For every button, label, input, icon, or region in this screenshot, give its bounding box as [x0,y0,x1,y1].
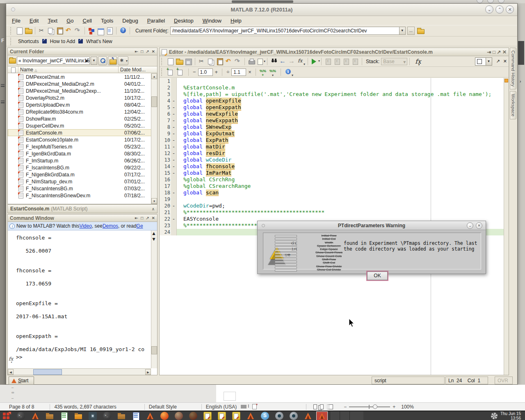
open-file-icon[interactable] [175,57,183,66]
code-line-14[interactable]: 14-global fhconsole [160,163,509,170]
empty-task-slot[interactable] [349,411,363,420]
scroll-thumb[interactable] [151,346,157,354]
word-count[interactable]: 435 words, 2,697 characters [54,404,116,410]
breakpoint-lane[interactable]: - [171,111,177,117]
close-panel-icon[interactable]: ✕ [502,49,507,55]
insert-cell-icon[interactable] [167,68,175,76]
command-output-area[interactable]: fhconsole = 526.0007 fhconsole = 173.065… [8,231,157,375]
menu-parallel[interactable]: Parallel [147,18,165,24]
code-line-20[interactable]: 20-wCodeDir=pwd; [160,203,509,209]
matlab-taskbar-icon[interactable] [146,412,154,420]
breakpoint-lane[interactable]: - [171,104,177,111]
document-language[interactable]: English (USA) [206,404,237,410]
code-line-8[interactable]: 8-global SWnewExp [160,124,509,130]
date-column-header[interactable]: Date Mod... [118,66,157,73]
breakpoint-lane[interactable] [171,78,177,84]
file-row[interactable]: DoverlayPlots2.m10/17/2... [8,94,157,101]
insert-function-icon[interactable] [297,57,305,66]
paste-icon[interactable] [56,27,64,35]
scroll-up-arrow[interactable]: ▲ [151,231,157,236]
multiply-button[interactable]: × [248,69,251,75]
menu-desktop[interactable]: Desktop [174,18,194,24]
file-details-bar[interactable]: EstartConsole.m (MATLAB Script) ∧ [7,204,158,213]
breakpoint-lane[interactable] [171,209,177,216]
redo-icon[interactable] [234,57,242,66]
paste-icon[interactable] [216,57,224,66]
minimize-button[interactable]: ⌄ [485,5,493,14]
current-folder-header[interactable]: Current Folder ⇤ □ ↗ ✕ [8,48,157,55]
menu-file[interactable]: File [12,18,21,24]
webcam-app-taskbar-icon[interactable] [290,412,298,420]
notebook-icon[interactable] [105,27,114,35]
code-line-1[interactable]: 1 [160,78,509,84]
dock-icon[interactable]: ⇤ [135,216,138,220]
chevron-right-icon[interactable]: ▶ [86,59,89,63]
terminal-taskbar-icon[interactable] [17,412,25,420]
code-line-4[interactable]: 4-global openExpfile [160,98,509,104]
redo-icon[interactable] [74,27,82,35]
firefox-taskbar-icon[interactable] [160,412,169,420]
maximize-panel-icon[interactable]: □ [493,49,495,55]
open-file-icon[interactable] [24,27,32,35]
scroll-left-arrow[interactable]: ◀ [8,369,14,375]
breakpoint-lane[interactable]: - [171,216,177,222]
scroll-thumb[interactable] [33,369,62,375]
stack-dropdown[interactable]: Base [381,58,407,65]
cut-icon[interactable] [198,57,206,66]
active-task-matlab[interactable] [316,411,328,420]
firefox-taskbar-icon[interactable] [189,412,197,420]
menu-tools[interactable]: Tools [101,18,113,24]
close-button[interactable]: ✕ [506,5,514,14]
file-row[interactable]: DMPexcel2mat.m11/11/2... [8,73,157,80]
breakpoint-lane[interactable]: - [171,189,177,196]
file-row[interactable]: DsuperCellDev.m05/20/2... [8,122,157,129]
undock-icon[interactable]: ↗ [146,216,149,220]
toolbar-grip[interactable] [161,68,163,76]
up-one-folder-icon[interactable] [416,27,425,35]
matlab-taskbar-icon[interactable] [304,412,312,420]
close-button[interactable]: ✕ [476,222,482,229]
copy-icon[interactable] [207,57,215,66]
dock-icon[interactable]: ⇤ [135,49,138,54]
mlint-indicator-lane[interactable] [504,78,509,375]
file-row[interactable]: DshowRaw.m02/25/2... [8,115,157,122]
breakpoint-lane[interactable]: - [171,117,177,124]
matlab-titlebar[interactable]: MATLAB 7.12.0 (R2011a) ⌄ ⌃ ✕ [6,4,517,16]
breakpoint-lane[interactable] [171,183,177,189]
file-list-scrollbar[interactable]: ▲ ▼ [151,73,157,204]
collapse-chevron-icon[interactable]: ∧ [152,207,155,211]
undock-icon[interactable]: ↗ [497,49,501,55]
menu-cell[interactable]: Cell [83,18,92,24]
layout-dropdown[interactable]: ▼ [475,57,492,66]
increase-button[interactable]: + [215,69,218,75]
insert-cell-divider-icon[interactable] [177,68,185,76]
code-line-9[interactable]: 9-global ExpOutmat [160,130,509,137]
evaluate-cell-icon[interactable] [259,68,267,76]
breakpoint-lane[interactable]: - [171,124,177,130]
scroll-thumb[interactable] [151,96,157,107]
command-window-hscrollbar[interactable]: ◀ ▶ [8,368,151,375]
scroll-down-arrow[interactable]: ▼ [151,236,157,242]
toolbar-grip[interactable] [10,27,12,34]
dock-icon[interactable]: ⇥ [487,49,491,55]
file-row[interactable]: DpertsUploadDev.m08/04/2... [8,101,157,108]
browse-folder-button[interactable]: ... [407,27,415,35]
new-file-icon[interactable] [15,27,23,35]
info-icon[interactable] [284,68,292,76]
code-line-21[interactable]: 21%*************************************… [160,209,509,216]
code-line-17[interactable]: 17%global CSrearchRange [160,183,509,189]
breakpoint-lane[interactable] [171,91,177,98]
value-field[interactable]: 1.0 [198,68,213,76]
guide-icon[interactable] [96,27,105,35]
zoom-slider-thumb[interactable] [373,404,377,409]
single-page-view-icon[interactable] [313,404,317,409]
cell-nav-1-icon[interactable] [324,57,332,66]
undo-icon[interactable] [65,27,73,35]
close-panel-icon[interactable]: ✕ [152,216,155,220]
code-line-2[interactable]: 2%EstartConsole.m [160,84,509,91]
zoom-in-icon[interactable]: + [393,404,395,410]
selection-mode-icon[interactable] [252,404,257,409]
command-prompt[interactable]: >> [16,354,23,360]
breakpoint-lane[interactable]: - [171,157,177,163]
text-editor-taskbar-icon[interactable] [232,412,240,420]
